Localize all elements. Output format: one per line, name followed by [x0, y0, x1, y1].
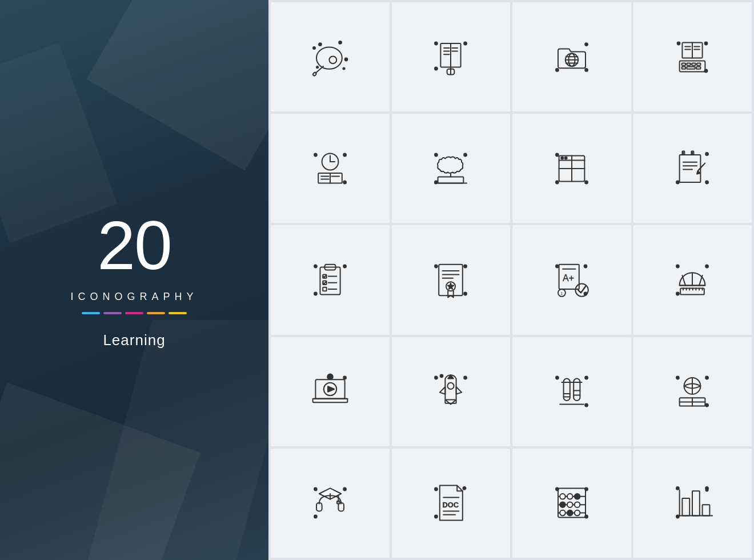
svg-line-122	[699, 275, 703, 286]
svg-text:1: 1	[560, 291, 563, 296]
icon-abacus[interactable]	[512, 449, 631, 558]
svg-rect-77	[680, 155, 701, 182]
svg-point-89	[314, 293, 317, 295]
svg-point-132	[343, 377, 346, 379]
svg-point-66	[585, 181, 588, 183]
svg-point-8	[343, 67, 344, 69]
svg-point-116	[676, 265, 679, 268]
svg-point-189	[560, 502, 566, 508]
svg-point-4	[329, 56, 336, 63]
svg-rect-41	[682, 63, 685, 65]
icon-headphones-grad[interactable]	[271, 449, 390, 558]
svg-rect-43	[692, 63, 695, 65]
svg-point-7	[313, 47, 315, 49]
svg-point-165	[314, 515, 317, 518]
svg-line-121	[683, 275, 686, 286]
svg-point-31	[677, 42, 680, 45]
icon-brain-laptop[interactable]	[392, 114, 511, 223]
svg-point-194	[575, 510, 580, 516]
svg-point-1	[339, 41, 342, 44]
icon-document-doc[interactable]: DOC	[392, 449, 511, 558]
svg-point-197	[676, 515, 679, 518]
svg-point-173	[463, 487, 466, 490]
svg-point-73	[564, 157, 567, 159]
color-bar-5	[169, 312, 187, 314]
svg-point-23	[585, 43, 588, 46]
svg-point-192	[560, 510, 566, 516]
svg-point-163	[314, 488, 317, 491]
svg-marker-106	[448, 283, 454, 289]
color-bar-2	[103, 312, 122, 314]
icon-grade-check[interactable]: A+ 1	[512, 225, 631, 334]
icon-keyboard-book[interactable]	[633, 2, 752, 111]
svg-point-187	[567, 494, 573, 499]
svg-point-142	[448, 383, 454, 389]
svg-point-107	[556, 265, 559, 268]
icon-online-folder[interactable]	[512, 2, 631, 111]
svg-point-174	[435, 515, 438, 518]
svg-point-156	[705, 377, 708, 379]
svg-point-87	[314, 265, 317, 268]
svg-point-88	[343, 265, 346, 268]
svg-point-25	[585, 69, 588, 71]
svg-point-0	[319, 43, 322, 46]
svg-point-12	[435, 67, 438, 70]
icon-study-time[interactable]	[271, 114, 390, 223]
svg-point-191	[575, 502, 580, 508]
svg-point-113	[575, 283, 588, 296]
icon-basketball-court[interactable]	[633, 337, 752, 446]
svg-text:A+: A+	[563, 273, 574, 283]
icon-window-grid[interactable]	[512, 114, 631, 223]
icon-notepad-pen[interactable]	[633, 114, 752, 223]
icon-art-palette[interactable]	[271, 2, 390, 111]
icon-digital-book[interactable]	[392, 2, 511, 111]
left-panel: 20 ICONOGRAPHY Learning	[0, 0, 268, 560]
svg-point-195	[676, 487, 679, 490]
svg-point-48	[314, 153, 317, 156]
svg-point-10	[435, 42, 438, 45]
iconography-label: ICONOGRAPHY	[70, 291, 198, 303]
icon-bar-chart[interactable]	[633, 449, 752, 558]
icon-checklist[interactable]	[271, 225, 390, 334]
svg-point-24	[556, 69, 559, 71]
icon-count: 20	[70, 211, 198, 279]
icon-certificate[interactable]	[392, 225, 511, 334]
svg-rect-198	[683, 498, 690, 515]
svg-point-157	[705, 404, 708, 407]
svg-point-164	[343, 488, 346, 491]
svg-point-100	[464, 293, 467, 295]
svg-point-117	[705, 265, 708, 268]
icon-test-tubes[interactable]	[512, 337, 631, 446]
icon-video-laptop[interactable]	[271, 337, 390, 446]
svg-rect-45	[682, 66, 685, 69]
category-label: Learning	[70, 331, 198, 349]
svg-point-140	[464, 377, 467, 379]
svg-point-193	[567, 510, 573, 516]
icon-rocket-pencil[interactable]	[392, 337, 511, 446]
svg-point-76	[705, 181, 708, 183]
svg-rect-200	[703, 505, 710, 516]
svg-point-131	[327, 374, 333, 380]
svg-point-155	[676, 377, 679, 379]
svg-point-50	[343, 181, 346, 183]
svg-point-143	[556, 377, 559, 379]
svg-line-86	[699, 165, 704, 170]
icon-ruler-protractor[interactable]	[633, 225, 752, 334]
svg-point-145	[585, 404, 588, 407]
svg-point-186	[560, 494, 566, 499]
svg-point-98	[435, 265, 438, 268]
color-bar-3	[125, 312, 143, 314]
color-bar-4	[147, 312, 165, 314]
svg-point-60	[464, 153, 467, 156]
svg-point-118	[676, 293, 679, 295]
svg-point-65	[556, 153, 559, 156]
svg-rect-199	[692, 491, 700, 516]
svg-point-172	[435, 488, 438, 491]
svg-point-138	[435, 377, 438, 379]
svg-rect-62	[438, 177, 464, 183]
svg-point-9	[316, 66, 318, 68]
svg-point-139	[440, 375, 443, 378]
svg-point-2	[344, 58, 347, 61]
svg-point-59	[435, 153, 438, 156]
svg-rect-96	[323, 287, 326, 291]
